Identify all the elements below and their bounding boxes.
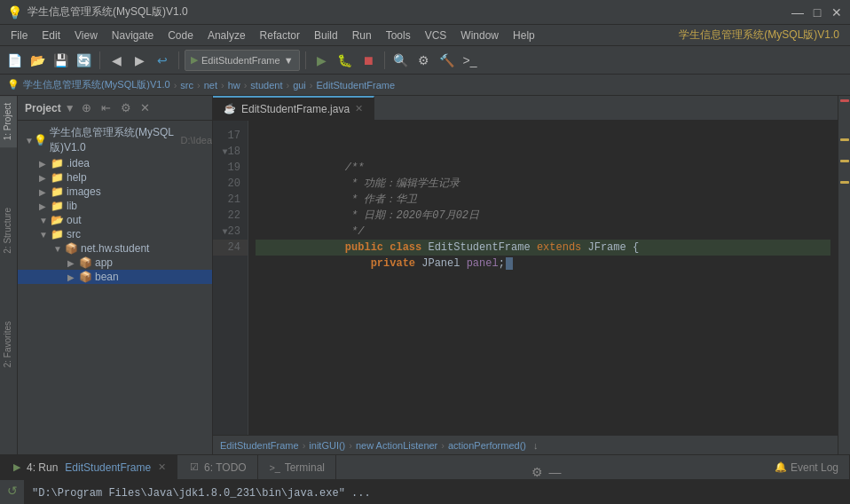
tab-todo[interactable]: ☑ 6: TODO bbox=[177, 455, 258, 479]
menu-tools[interactable]: Tools bbox=[379, 27, 418, 44]
toolbar-new-btn[interactable]: 📄 bbox=[4, 50, 25, 71]
panel-locate-icon[interactable]: ⊕ bbox=[79, 100, 95, 116]
run-config-label: EditStudentFrame bbox=[201, 55, 280, 66]
code-breadcrumb: EditStudentFrame › initGUI() › new Actio… bbox=[213, 435, 838, 454]
bottom-panel: ▶ 4: Run EditStudentFrame ✕ ☑ 6: TODO >_… bbox=[0, 454, 850, 504]
menu-refactor[interactable]: Refactor bbox=[253, 27, 307, 44]
tab-terminal[interactable]: >_ Terminal bbox=[258, 455, 336, 479]
run-tab-close[interactable]: ✕ bbox=[158, 461, 166, 473]
toolbar-sync-btn[interactable]: 🔄 bbox=[73, 50, 94, 71]
tab-run[interactable]: ▶ 4: Run EditStudentFrame ✕ bbox=[0, 455, 177, 479]
root-icon: 💡 bbox=[34, 134, 47, 146]
cb-class[interactable]: EditStudentFrame bbox=[220, 440, 299, 451]
line-num-24: 24 bbox=[213, 240, 248, 256]
toolbar-debug-btn[interactable]: 🐛 bbox=[334, 50, 356, 71]
menu-app-title: 学生信息管理系统(MySQL版)V1.0 bbox=[672, 25, 846, 45]
right-sidebar bbox=[838, 96, 850, 454]
run-config-dropdown[interactable]: ▶ EditStudentFrame ▼ bbox=[185, 50, 300, 71]
tree-idea[interactable]: ▶ 📁 .idea bbox=[18, 156, 212, 170]
tree-app[interactable]: ▶ 📦 app bbox=[18, 256, 212, 270]
editor-tab-active[interactable]: ☕ EditStudentFrame.java ✕ bbox=[213, 96, 374, 120]
menu-help[interactable]: Help bbox=[506, 27, 542, 44]
panel-settings-icon[interactable]: ⚙ bbox=[118, 100, 134, 116]
code-view[interactable]: /** * 功能：编辑学生记录 * 作者：华卫 * 日期：2020年07月02日… bbox=[248, 121, 838, 435]
bottom-tabs: ▶ 4: Run EditStudentFrame ✕ ☑ 6: TODO >_… bbox=[0, 455, 850, 480]
run-config-name: EditStudentFrame bbox=[65, 461, 151, 474]
toolbar-settings-btn[interactable]: ⚙ bbox=[413, 50, 435, 71]
todo-icon: ☑ bbox=[188, 461, 201, 474]
cb-method[interactable]: initGUI() bbox=[309, 440, 345, 451]
run-panel-minimize-icon[interactable]: — bbox=[548, 465, 561, 479]
project-panel: Project ▼ ⊕ ⇤ ⚙ ✕ ▼ 💡 学生信息管理系统(MySQL版)V1… bbox=[18, 96, 213, 454]
tree-lib[interactable]: ▶ 📁 lib bbox=[18, 199, 212, 213]
toolbar-search-btn[interactable]: 🔍 bbox=[390, 50, 412, 71]
editor-content: 17 ▼18 19 20 21 22 ▼23 24 /** bbox=[213, 121, 838, 435]
breadcrumb-root[interactable]: 学生信息管理系统(MySQL版)V1.0 bbox=[23, 78, 170, 91]
cb-action[interactable]: actionPerformed() bbox=[448, 440, 526, 451]
right-marker-2 bbox=[840, 138, 849, 141]
tree-out[interactable]: ▼ 📂 out bbox=[18, 213, 212, 227]
toolbar-stop-btn[interactable]: ⏹ bbox=[358, 50, 379, 71]
menu-edit[interactable]: Edit bbox=[35, 27, 67, 44]
folder-icon: 📁 bbox=[50, 171, 64, 184]
tree-net-hw[interactable]: ▼ 📦 net.hw.student bbox=[18, 241, 212, 256]
right-marker-1 bbox=[840, 99, 849, 102]
menu-window[interactable]: Window bbox=[453, 27, 506, 44]
menu-code[interactable]: Code bbox=[161, 27, 201, 44]
code-line-18: /** bbox=[256, 144, 830, 160]
toolbar-open-btn[interactable]: 📂 bbox=[27, 50, 48, 71]
project-tab[interactable]: 1: Project bbox=[0, 96, 17, 147]
structure-tab[interactable]: 2: Structure bbox=[0, 201, 17, 261]
menu-vcs[interactable]: VCS bbox=[418, 27, 454, 44]
menu-run[interactable]: Run bbox=[345, 27, 379, 44]
toolbar-forward-btn[interactable]: ▶ bbox=[129, 50, 150, 71]
menu-navigate[interactable]: Navigate bbox=[105, 27, 161, 44]
menu-file[interactable]: File bbox=[4, 27, 35, 44]
breadcrumb-src[interactable]: src bbox=[180, 80, 193, 91]
tree-images[interactable]: ▶ 📁 images bbox=[18, 185, 212, 199]
chevron-down-icon: ▼ bbox=[284, 55, 294, 66]
titlebar: 💡 学生信息管理系统(MySQL版)V1.0 — □ ✕ bbox=[0, 0, 850, 25]
toolbar-run-btn[interactable]: ▶ bbox=[311, 50, 333, 71]
breadcrumb-gui[interactable]: gui bbox=[293, 80, 306, 91]
right-marker-3 bbox=[840, 160, 849, 162]
close-button[interactable]: ✕ bbox=[830, 6, 843, 19]
tree-help[interactable]: ▶ 📁 help bbox=[18, 170, 212, 185]
cb-new[interactable]: new ActionListener bbox=[356, 440, 437, 451]
run-tab-icon: ▶ bbox=[11, 461, 23, 474]
panel-close-icon[interactable]: ✕ bbox=[138, 100, 153, 116]
tree-root[interactable]: ▼ 💡 学生信息管理系统(MySQL版)V1.0 D:\Idea bbox=[18, 124, 212, 156]
tree-bean[interactable]: ▶ 📦 bean bbox=[18, 270, 212, 284]
toolbar-build-btn[interactable]: 🔨 bbox=[437, 50, 458, 71]
tab-event-log[interactable]: 🔔 Event Log bbox=[764, 455, 850, 479]
line-num-17: 17 bbox=[213, 128, 248, 144]
toolbar-undo-btn[interactable]: ↩ bbox=[152, 50, 173, 71]
tree-src[interactable]: ▼ 📁 src bbox=[18, 227, 212, 241]
minimize-button[interactable]: — bbox=[791, 6, 804, 19]
maximize-button[interactable]: □ bbox=[811, 6, 823, 19]
run-panel-settings-icon[interactable]: ⚙ bbox=[531, 465, 543, 479]
breadcrumb-class[interactable]: EditStudentFrame bbox=[316, 80, 395, 91]
panel-collapse-icon[interactable]: ⇤ bbox=[98, 100, 114, 116]
menu-build[interactable]: Build bbox=[307, 27, 345, 44]
menu-view[interactable]: View bbox=[67, 27, 105, 44]
toolbar-back-btn[interactable]: ◀ bbox=[106, 50, 127, 71]
folder-icon: 📁 bbox=[50, 200, 64, 212]
run-rerun-btn[interactable]: ↺ bbox=[3, 484, 22, 498]
line-num-21: 21 bbox=[213, 192, 248, 208]
file-tree: ▼ 💡 学生信息管理系统(MySQL版)V1.0 D:\Idea ▶ 📁 .id… bbox=[18, 121, 212, 454]
main-layout: 1: Project 2: Structure 2: Favorites Pro… bbox=[0, 96, 850, 454]
run-output-line: "D:\Program Files\Java\jdk1.8.0_231\bin\… bbox=[32, 485, 843, 501]
editor-area: ☕ EditStudentFrame.java ✕ 17 ▼18 19 20 2… bbox=[213, 96, 838, 454]
breadcrumb-net[interactable]: net bbox=[204, 80, 217, 91]
toolbar-terminal-btn[interactable]: >_ bbox=[460, 50, 481, 71]
breadcrumb-student[interactable]: student bbox=[250, 80, 282, 91]
bottom-header-right: ⚙ — bbox=[531, 465, 568, 479]
line-num-19: 19 bbox=[213, 160, 248, 176]
code-line-17 bbox=[256, 128, 830, 144]
breadcrumb-hw[interactable]: hw bbox=[228, 80, 240, 91]
favorites-tab[interactable]: 2: Favorites bbox=[0, 314, 17, 374]
toolbar-save-btn[interactable]: 💾 bbox=[50, 50, 71, 71]
menu-analyze[interactable]: Analyze bbox=[201, 27, 253, 44]
tab-close-icon[interactable]: ✕ bbox=[355, 103, 363, 114]
